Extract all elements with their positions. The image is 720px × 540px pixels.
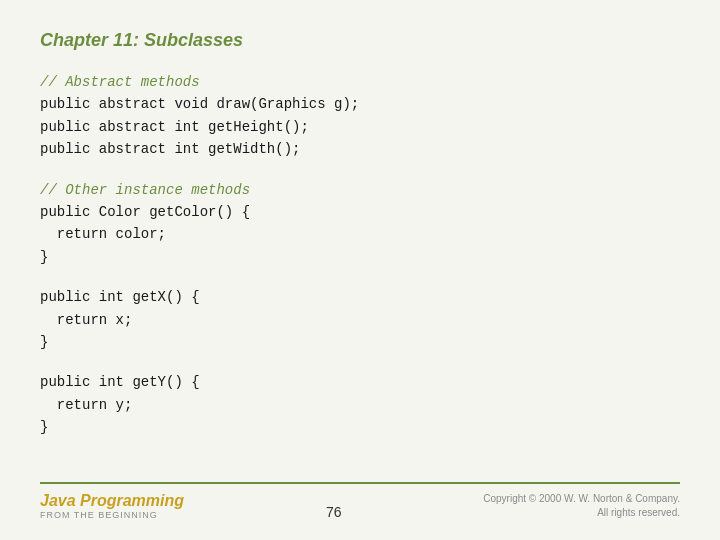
code-line: public int getX() { (40, 286, 680, 308)
code-section-abstract: // Abstract methods public abstract void… (40, 71, 680, 161)
code-line: public int getY() { (40, 371, 680, 393)
slide: Chapter 11: Subclasses // Abstract metho… (0, 0, 720, 540)
code-line: return y; (40, 394, 680, 416)
code-line: return color; (40, 223, 680, 245)
comment-other: // Other instance methods (40, 179, 680, 201)
code-section-gety: public int getY() { return y; } (40, 371, 680, 438)
comment-abstract: // Abstract methods (40, 71, 680, 93)
code-line: } (40, 331, 680, 353)
code-line: public abstract int getHeight(); (40, 116, 680, 138)
footer-copyright-line1: Copyright © 2000 W. W. Norton & Company. (483, 493, 680, 504)
footer-brand-title: Java Programming (40, 492, 184, 510)
footer: Java Programming FROM THE BEGINNING 76 C… (40, 482, 680, 520)
code-block: // Abstract methods public abstract void… (40, 71, 680, 482)
code-section-other: // Other instance methods public Color g… (40, 179, 680, 269)
footer-brand-subtitle: FROM THE BEGINNING (40, 510, 184, 520)
code-line: return x; (40, 309, 680, 331)
code-line: public abstract int getWidth(); (40, 138, 680, 160)
code-line: public Color getColor() { (40, 201, 680, 223)
code-section-getx: public int getX() { return x; } (40, 286, 680, 353)
footer-page-number: 76 (326, 504, 342, 520)
code-line: } (40, 246, 680, 268)
footer-copyright-line2: All rights reserved. (597, 507, 680, 518)
slide-title: Chapter 11: Subclasses (40, 30, 680, 51)
code-line: public abstract void draw(Graphics g); (40, 93, 680, 115)
footer-brand: Java Programming FROM THE BEGINNING (40, 492, 184, 520)
footer-copyright: Copyright © 2000 W. W. Norton & Company.… (483, 492, 680, 520)
code-line: } (40, 416, 680, 438)
